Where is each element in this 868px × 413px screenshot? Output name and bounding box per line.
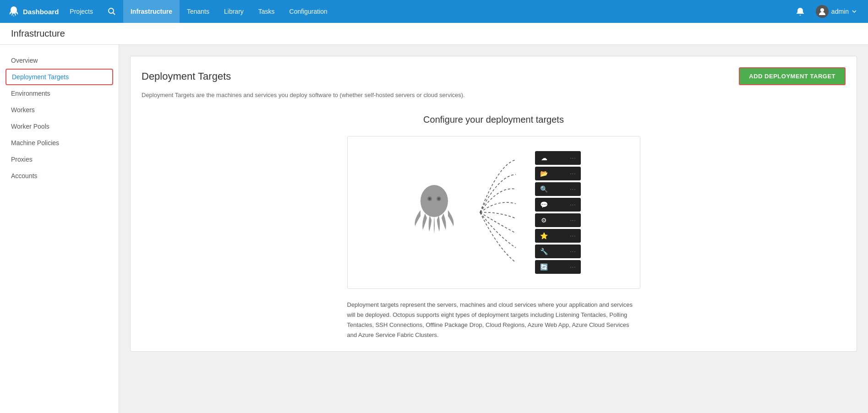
page-body: Overview Deployment Targets Environments…: [0, 45, 868, 413]
wrench-server-icon: 🔧: [540, 248, 549, 255]
card-header: Deployment Targets ADD DEPLOYMENT TARGET: [142, 67, 846, 85]
card-description: Deployment Targets are the machines and …: [142, 91, 846, 100]
bell-icon: [796, 7, 805, 16]
top-navigation: Dashboard Projects Infrastructure Tenant…: [0, 0, 868, 23]
sidebar-item-proxies[interactable]: Proxies: [0, 151, 119, 168]
chevron-down-icon: [852, 9, 857, 14]
octopus-illustration-icon: [407, 180, 462, 245]
svg-point-8: [437, 197, 440, 200]
svg-line-2: [113, 13, 115, 15]
username-label: admin: [831, 8, 849, 15]
tentacle-lines-svg: .dashed{stroke:#555;stroke-width:1.5;fil…: [480, 153, 517, 272]
refresh-server-icon: 🔄: [540, 263, 549, 271]
nav-item-infrastructure[interactable]: Infrastructure: [123, 0, 180, 23]
folder-server-icon: 📂: [540, 170, 549, 177]
configure-section: Configure your deployment targets: [142, 114, 846, 340]
avatar: [816, 5, 829, 18]
nav-item-tenants[interactable]: Tenants: [180, 0, 217, 23]
star-server-icon: ⭐: [540, 232, 549, 239]
nav-item-library[interactable]: Library: [217, 0, 251, 23]
brand-label: Dashboard: [23, 8, 59, 16]
search-icon: [108, 7, 116, 16]
server-row-4: 💬 ···: [535, 198, 581, 212]
brand-logo[interactable]: Dashboard: [7, 5, 59, 18]
add-deployment-target-button[interactable]: ADD DEPLOYMENT TARGET: [739, 67, 846, 85]
user-menu[interactable]: admin: [812, 3, 861, 20]
cloud-server-icon: ☁: [540, 154, 549, 162]
server-row-8: 🔄 ···: [535, 260, 581, 274]
server-row-7: 🔧 ···: [535, 245, 581, 258]
main-content: Deployment Targets ADD DEPLOYMENT TARGET…: [119, 45, 868, 413]
octopus-logo-icon: [7, 5, 20, 18]
svg-point-3: [820, 8, 824, 12]
nav-item-configuration[interactable]: Configuration: [282, 0, 335, 23]
server-row-1: ☁ ···: [535, 151, 581, 165]
server-row-2: 📂 ···: [535, 167, 581, 180]
sidebar-item-environments[interactable]: Environments: [0, 85, 119, 102]
server-row-3: 🔍 ···: [535, 182, 581, 196]
user-icon: [818, 7, 826, 16]
sidebar-item-accounts[interactable]: Accounts: [0, 168, 119, 184]
svg-point-0: [11, 6, 17, 14]
sidebar-item-deployment-targets[interactable]: Deployment Targets: [5, 69, 113, 85]
svg-point-7: [428, 197, 431, 200]
server-stack: ☁ ··· 📂 ··· 🔍 ···: [535, 151, 581, 274]
sidebar: Overview Deployment Targets Environments…: [0, 45, 119, 413]
sidebar-item-worker-pools[interactable]: Worker Pools: [0, 118, 119, 135]
chat-server-icon: 💬: [540, 201, 549, 208]
notifications-button[interactable]: [792, 3, 808, 20]
svg-point-4: [420, 185, 448, 217]
server-row-6: ⭐ ···: [535, 229, 581, 243]
page-title: Infrastructure: [11, 28, 65, 38]
nav-item-tasks[interactable]: Tasks: [251, 0, 282, 23]
search-server-icon: 🔍: [540, 185, 549, 193]
server-row-5: ⚙ ···: [535, 213, 581, 227]
nav-item-projects[interactable]: Projects: [62, 0, 100, 23]
sidebar-item-overview[interactable]: Overview: [0, 52, 119, 69]
sidebar-item-machine-policies[interactable]: Machine Policies: [0, 135, 119, 151]
nav-search-icon-btn[interactable]: [100, 0, 123, 23]
page-header: Infrastructure: [0, 23, 868, 45]
nav-right-area: admin: [792, 3, 861, 20]
octopus-figure: .dashed{stroke:#555;stroke-width:1.5;fil…: [407, 151, 581, 274]
sidebar-item-workers[interactable]: Workers: [0, 102, 119, 118]
info-text: Deployment targets represent the servers…: [347, 300, 640, 340]
card-title: Deployment Targets: [142, 71, 231, 82]
configure-title: Configure your deployment targets: [142, 114, 846, 125]
svg-point-1: [109, 8, 114, 13]
gear-server-icon: ⚙: [540, 217, 549, 224]
illustration-box: .dashed{stroke:#555;stroke-width:1.5;fil…: [347, 136, 640, 289]
content-card: Deployment Targets ADD DEPLOYMENT TARGET…: [130, 56, 857, 352]
